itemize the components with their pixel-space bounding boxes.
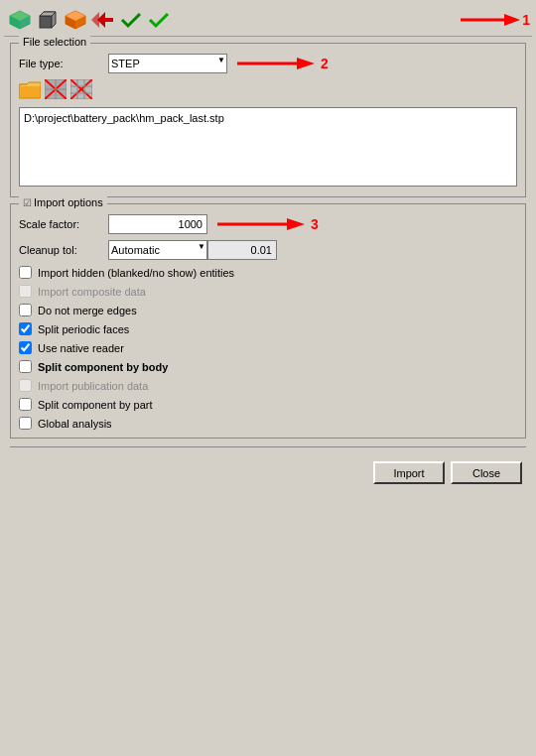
checkbox-label-cb2: Import composite data	[38, 286, 146, 298]
filetype-annotation: 2	[237, 54, 329, 73]
checkbox-label-cb1: Import hidden (blanked/no show) entities	[38, 267, 234, 279]
svg-marker-16	[297, 58, 315, 69]
checkbox-label-cb8: Split component by part	[38, 399, 153, 411]
cleanup-tol-label: Cleanup tol:	[19, 244, 108, 256]
file-type-select[interactable]: STEP IGES STL CATIA NX Parasolid	[108, 54, 227, 73]
svg-marker-31	[287, 218, 305, 230]
folder-icon[interactable]	[19, 79, 41, 101]
toolbar: 1	[4, 4, 532, 37]
toolbar-icon-1[interactable]	[8, 8, 32, 32]
cleanup-value-input	[207, 240, 277, 260]
checkbox-cb7	[19, 379, 32, 392]
cleanup-select[interactable]: Automatic Manual	[108, 240, 207, 260]
import-options-legend: ☑ Import options	[19, 196, 107, 208]
checkbox-cb9[interactable]	[19, 417, 32, 430]
scale-factor-label: Scale factor:	[19, 218, 108, 230]
import-options-section: ☑ Import options Scale factor: 1000 3 Cl…	[10, 203, 526, 439]
file-icons-row	[19, 79, 517, 101]
file-selection-legend: File selection	[19, 36, 90, 48]
svg-rect-17	[19, 84, 41, 98]
file-type-row: File type: STEP IGES STL CATIA NX Paraso…	[19, 54, 517, 73]
grid-red-x-icon2[interactable]	[70, 79, 92, 101]
toolbar-icon-4[interactable]	[91, 8, 115, 32]
checkbox-label-cb5: Use native reader	[38, 342, 124, 354]
toolbar-icon-5[interactable]	[119, 8, 143, 32]
file-type-select-wrapper: STEP IGES STL CATIA NX Parasolid	[108, 54, 227, 73]
file-selection-section: File selection File type: STEP IGES STL …	[10, 43, 526, 197]
checkbox-row-5: Use native reader	[19, 341, 517, 354]
cleanup-tol-row: Cleanup tol: Automatic Manual	[19, 240, 517, 260]
main-window: 1 File selection File type: STEP IGES ST…	[0, 0, 536, 496]
checkbox-row-8: Split component by part	[19, 398, 517, 411]
checkbox-row-7: Import publication data	[19, 379, 517, 392]
file-type-label: File type:	[19, 58, 108, 69]
checkbox-cb5[interactable]	[19, 341, 32, 354]
checkbox-row-3: Do not merge edges	[19, 304, 517, 316]
checkbox-label-cb9: Global analysis	[38, 418, 112, 430]
close-button[interactable]: Close	[451, 461, 522, 484]
checkbox-cb1[interactable]	[19, 266, 32, 279]
file-path-textarea[interactable]: D:\project\battery_pack\hm_pack_last.stp	[19, 107, 517, 187]
scale-annotation: 3	[217, 214, 319, 234]
svg-rect-4	[40, 16, 52, 28]
toolbar-icon-3[interactable]	[64, 8, 87, 32]
checkbox-row-4: Split periodic faces	[19, 322, 517, 335]
checkbox-cb6[interactable]	[19, 360, 32, 373]
scale-factor-row: Scale factor: 1000 3	[19, 214, 517, 234]
svg-marker-14	[504, 14, 520, 26]
checkbox-cb8[interactable]	[19, 398, 32, 411]
button-row: Import Close	[4, 451, 532, 492]
checkbox-row-9: Global analysis	[19, 417, 517, 430]
scale-factor-input[interactable]: 1000	[108, 214, 207, 234]
bottom-divider	[10, 446, 526, 447]
import-button[interactable]: Import	[373, 461, 445, 484]
checkbox-cb3[interactable]	[19, 304, 32, 316]
checkbox-label-cb4: Split periodic faces	[38, 323, 129, 335]
checkbox-label-cb6: Split component by body	[38, 361, 168, 373]
checkbox-row-1: Import hidden (blanked/no show) entities	[19, 266, 517, 279]
checkbox-row-6: Split component by body	[19, 360, 517, 373]
grid-red-x-icon[interactable]	[45, 79, 67, 101]
checkboxes-container: Import hidden (blanked/no show) entities…	[19, 266, 517, 430]
checkbox-row-2: Import composite data	[19, 285, 517, 298]
toolbar-annotation: 1	[461, 8, 530, 32]
cleanup-select-wrapper: Automatic Manual	[108, 240, 207, 260]
checkbox-cb4[interactable]	[19, 322, 32, 335]
checkbox-cb2	[19, 285, 32, 298]
checkbox-label-cb3: Do not merge edges	[38, 305, 137, 316]
toolbar-icon-6[interactable]	[147, 8, 171, 32]
toolbar-icon-2[interactable]	[36, 8, 60, 32]
checkbox-label-cb7: Import publication data	[38, 380, 148, 392]
